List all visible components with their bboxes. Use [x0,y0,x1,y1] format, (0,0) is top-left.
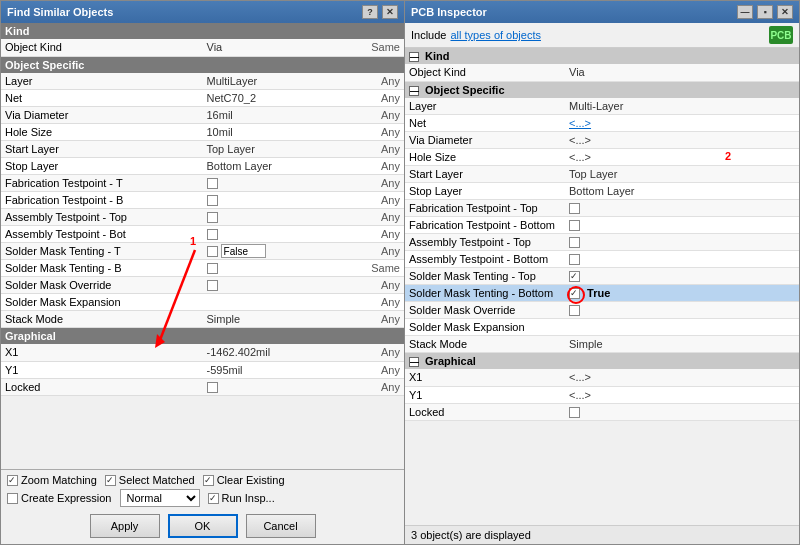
table-row: Fabrication Testpoint - T Any [1,175,404,192]
pcb-fab-test-bot[interactable] [569,220,580,231]
pcb-minimize-button[interactable]: — [737,5,753,19]
pcb-locked-check[interactable] [569,407,580,418]
fab-test-b-check[interactable] [207,195,218,206]
table-row: Hole Size10milAny [1,124,404,141]
pcb-table-row: Locked [405,403,799,420]
zoom-matching-label[interactable]: Zoom Matching [7,474,97,486]
table-row: Assembly Testpoint - Bot Any [1,226,404,243]
close-button[interactable]: ✕ [382,5,398,19]
cancel-button[interactable]: Cancel [246,514,316,538]
button-row: Apply OK Cancel [7,510,398,540]
locked-check[interactable] [207,382,218,393]
asm-test-bot-check[interactable] [207,229,218,240]
value-via: Via [203,39,345,56]
pcb-table-row: Hole Size<...> [405,149,799,166]
create-expression-check[interactable] [7,493,18,504]
bottom-options: Zoom Matching Select Matched Clear Exist… [1,469,404,544]
pcb-table-row: Assembly Testpoint - Top [405,234,799,251]
dialog-titlebar: Find Similar Objects ? ✕ [1,1,404,23]
graphical-section-header: Graphical [1,328,404,345]
pcb-kind-label: Kind [425,50,449,62]
ok-button[interactable]: OK [168,514,238,538]
pcb-obj-specific-header: — Object Specific [405,81,799,98]
table-row: Solder Mask ExpansionAny [1,294,404,311]
include-link[interactable]: all types of objects [450,29,541,41]
field-object-kind: Object Kind [1,39,203,56]
normal-dropdown[interactable]: Normal [120,489,200,507]
find-similar-dialog: Find Similar Objects ? ✕ Kind Object Kin… [0,0,405,545]
net-link[interactable]: <...> [569,117,591,129]
select-matched-check[interactable] [105,475,116,486]
obj-specific-collapse-icon[interactable]: — [409,86,419,96]
graphical-collapse-icon[interactable]: — [409,357,419,367]
obj-specific-label: Object Specific [1,56,404,73]
run-inspector-check[interactable] [208,493,219,504]
help-button[interactable]: ? [362,5,378,19]
pcb-table-row: Assembly Testpoint - Bottom [405,251,799,268]
pcb-title: PCB Inspector [411,6,487,18]
table-row: X1-1462.402milAny [1,344,404,361]
options-row-1: Zoom Matching Select Matched Clear Exist… [7,474,398,486]
table-row: Solder Mask Override Any [1,277,404,294]
pcb-smt-bot-check[interactable] [569,288,580,299]
kind-label: Kind [1,23,404,39]
pcb-properties-table: — Kind Object Kind Via — Object Specific [405,48,799,525]
table-row: NetNetC70_2Any [1,90,404,107]
status-bar: 3 object(s) are displayed [405,525,799,544]
fab-test-t-check[interactable] [207,178,218,189]
clear-existing-check[interactable] [203,475,214,486]
pcb-asm-test-bot[interactable] [569,254,580,265]
select-matched-text: Select Matched [119,474,195,486]
create-expression-label[interactable]: Create Expression [7,492,112,504]
pcb-sm-override[interactable] [569,305,580,316]
apply-button[interactable]: Apply [90,514,160,538]
run-inspector-label[interactable]: Run Insp... [208,492,275,504]
pcb-fab-test-top[interactable] [569,203,580,214]
pcb-table-row: Via Diameter<...> [405,132,799,149]
table-row: Stop LayerBottom LayerAny [1,158,404,175]
table-row: Assembly Testpoint - Top Any [1,209,404,226]
table-row: Via Diameter16milAny [1,107,404,124]
zoom-matching-text: Zoom Matching [21,474,97,486]
pcb-titlebar: PCB Inspector — ▪ ✕ [405,1,799,23]
graphical-label: Graphical [1,328,404,345]
clear-existing-label[interactable]: Clear Existing [203,474,285,486]
create-expression-text: Create Expression [21,492,112,504]
pcb-smt-bottom-row: Solder Mask Tenting - Bottom True [405,285,799,302]
table-row: Start LayerTop LayerAny [1,141,404,158]
table-row: LayerMultiLayerAny [1,73,404,90]
kind-section-header: Kind [1,23,404,39]
zoom-matching-check[interactable] [7,475,18,486]
run-inspector-text: Run Insp... [222,492,275,504]
kind-collapse-icon[interactable]: — [409,52,419,62]
smt-t-check[interactable] [207,246,218,257]
pcb-smt-top-check[interactable] [569,271,580,282]
pcb-smt-top-row: Solder Mask Tenting - Top [405,268,799,285]
smt-t-input[interactable] [221,244,266,258]
smt-bot-true-val: True [587,287,610,299]
dialog-title: Find Similar Objects [7,6,113,18]
pcb-close-button[interactable]: ✕ [777,5,793,19]
table-row: Fabrication Testpoint - B Any [1,192,404,209]
smt-b-check[interactable] [207,263,218,274]
pcb-table-row: Stack ModeSimple [405,336,799,353]
pcb-table-row: Net <...> [405,115,799,132]
sm-override-check[interactable] [207,280,218,291]
pcb-table-row: X1<...> [405,369,799,386]
clear-existing-text: Clear Existing [217,474,285,486]
titlebar-controls: ? ✕ [362,5,398,19]
pcb-table-row: Y1<...> [405,386,799,403]
pcb-table-row: Fabrication Testpoint - Bottom [405,217,799,234]
table-row: Stack ModeSimpleAny [1,311,404,328]
select-matched-label[interactable]: Select Matched [105,474,195,486]
pcb-table-row: LayerMulti-Layer [405,98,799,115]
pcb-table-row: Solder Mask Expansion [405,319,799,336]
pcb-titlebar-controls: — ▪ ✕ [737,5,793,19]
properties-table: Kind Object Kind Via Same Object Specifi… [1,23,404,469]
pcb-table-row: Object Kind Via [405,64,799,81]
asm-test-top-check[interactable] [207,212,218,223]
pcb-graphical-label: Graphical [425,355,476,367]
pcb-float-button[interactable]: ▪ [757,5,773,19]
pcb-asm-test-top[interactable] [569,237,580,248]
option-same: Same [345,39,404,56]
